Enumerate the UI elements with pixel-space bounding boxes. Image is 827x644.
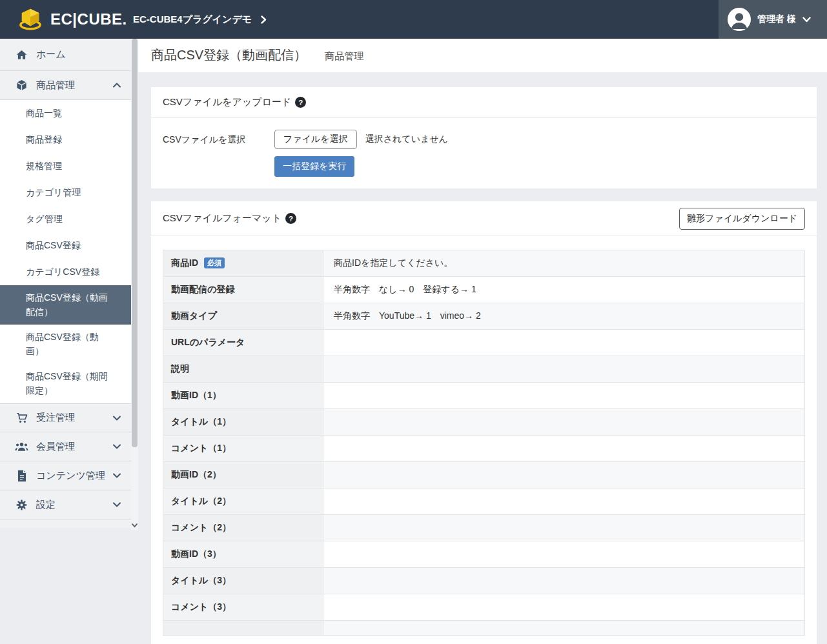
field-name: 動画配信の登録: [163, 277, 323, 303]
field-name: 動画ID（1）: [163, 383, 323, 409]
page-titlebar: 商品CSV登録（動画配信） 商品管理: [138, 39, 827, 73]
chevron-down-icon: [802, 17, 811, 23]
home-icon: [15, 48, 28, 61]
logo-text: EC|CUBE.: [50, 10, 127, 28]
field-description: [323, 462, 805, 488]
app-header: EC|CUBE. EC-CUBE4プラグインデモ 管理者 様: [0, 0, 827, 39]
field-description: [323, 541, 805, 568]
field-description: [323, 409, 805, 436]
bulk-register-button[interactable]: 一括登録を実行: [274, 156, 354, 177]
scrollbar-thumb[interactable]: [132, 39, 138, 447]
table-row: [163, 621, 805, 636]
csv-upload-card-header: CSVファイルをアップロード: [151, 87, 817, 118]
sidebar-item-product-register[interactable]: 商品登録: [0, 126, 131, 153]
user-name: 管理者 様: [757, 14, 796, 25]
sidebar-item-spec-management[interactable]: 規格管理: [0, 153, 131, 179]
field-description: [323, 568, 805, 594]
sidebar-footer-strip: [0, 519, 131, 528]
csv-upload-card-title: CSVファイルをアップロード: [163, 96, 291, 108]
csv-format-card-header: CSVファイルフォーマット 雛形ファイルダウンロード: [151, 201, 817, 236]
field-description: [323, 330, 805, 356]
field-name: コメント（1）: [163, 436, 323, 462]
main-content: CSVファイルをアップロード CSVファイルを選択 ファイルを選択 選択されてい…: [138, 73, 827, 644]
table-row: 動画ID（1）: [163, 383, 805, 409]
file-status: 選択されていません: [365, 134, 448, 145]
table-row: 動画配信の登録半角数字 なし→ 0 登録する→ 1: [163, 277, 805, 303]
field-description: [323, 356, 805, 383]
sidebar-scrollbar[interactable]: [131, 39, 138, 530]
csv-upload-card-body: CSVファイルを選択 ファイルを選択 選択されていません 一括登録を実行: [151, 118, 817, 188]
app-logo[interactable]: EC|CUBE.: [0, 7, 133, 32]
gear-icon: [15, 498, 28, 511]
sidebar-item-category-management[interactable]: カテゴリ管理: [0, 179, 131, 206]
table-row: 動画タイプ半角数字 YouTube→ 1 vimeo→ 2: [163, 303, 805, 330]
field-name: 動画タイプ: [163, 303, 323, 330]
document-icon: [15, 469, 28, 482]
breadcrumb[interactable]: 商品管理: [325, 50, 363, 63]
field-name: URLのパラメータ: [163, 330, 323, 356]
cart-icon: [15, 412, 28, 425]
field-description: [323, 436, 805, 462]
table-row: コメント（2）: [163, 515, 805, 541]
sidebar-item-settings[interactable]: 設定: [0, 490, 131, 519]
table-row: 商品ID必須 商品IDを指定してください。: [163, 250, 805, 277]
field-description: [323, 488, 805, 515]
field-name: タイトル（3）: [163, 568, 323, 594]
field-name: 動画ID（3）: [163, 541, 323, 568]
sidebar-item-product-csv[interactable]: 商品CSV登録: [0, 232, 131, 259]
template-download-button[interactable]: 雛形ファイルダウンロード: [679, 208, 805, 230]
sidebar-item-order-management[interactable]: 受注管理: [0, 403, 131, 432]
table-row: タイトル（2）: [163, 488, 805, 515]
cube-icon: [15, 79, 28, 92]
field-name: タイトル（1）: [163, 409, 323, 436]
ec-cube-logo-icon: [17, 7, 44, 32]
table-row: コメント（1）: [163, 436, 805, 462]
help-icon[interactable]: [295, 97, 306, 108]
required-badge: 必須: [204, 257, 225, 268]
table-row: 説明: [163, 356, 805, 383]
file-controls: ファイルを選択 選択されていません 一括登録を実行: [274, 130, 448, 177]
user-avatar-icon: [728, 8, 751, 31]
field-name: 動画ID（2）: [163, 462, 323, 488]
field-description: [323, 621, 805, 636]
sidebar-item-member-management[interactable]: 会員管理: [0, 432, 131, 461]
field-name: [163, 621, 323, 636]
csv-format-card: CSVファイルフォーマット 雛形ファイルダウンロード 商品ID必須 商品IDを指…: [151, 201, 817, 644]
field-name: コメント（3）: [163, 594, 323, 621]
sidebar-item-tag-management[interactable]: タグ管理: [0, 206, 131, 232]
page-title: 商品CSV登録（動画配信）: [151, 39, 307, 72]
sidebar-item-product-management[interactable]: 商品管理: [0, 71, 131, 100]
help-icon[interactable]: [285, 213, 296, 224]
field-description: [323, 515, 805, 541]
chevron-down-icon: [113, 444, 121, 449]
sidebar-item-product-csv-limited[interactable]: 商品CSV登録（期間限定）: [0, 364, 131, 403]
field-description: 半角数字 なし→ 0 登録する→ 1: [323, 277, 805, 303]
field-name: 商品ID: [171, 257, 198, 268]
chevron-down-icon: [113, 473, 121, 478]
sidebar-item-product-csv-video[interactable]: 商品CSV登録（動画）: [0, 325, 131, 364]
file-select-label: CSVファイルを選択: [163, 130, 274, 177]
scrollbar-down-arrow-icon[interactable]: [131, 521, 138, 530]
field-name: 説明: [163, 356, 323, 383]
field-description: 半角数字 YouTube→ 1 vimeo→ 2: [323, 303, 805, 330]
field-description: [323, 383, 805, 409]
user-menu[interactable]: 管理者 様: [719, 0, 827, 39]
sidebar-item-category-csv[interactable]: カテゴリCSV登録: [0, 259, 131, 285]
table-row: タイトル（3）: [163, 568, 805, 594]
site-title-link[interactable]: EC-CUBE4プラグインデモ: [133, 14, 267, 26]
csv-format-table: 商品ID必須 商品IDを指定してください。 動画配信の登録半角数字 なし→ 0 …: [163, 250, 805, 636]
sidebar-item-home[interactable]: ホーム: [0, 39, 131, 71]
chevron-right-icon: [261, 15, 267, 24]
sidebar-item-content-management[interactable]: コンテンツ管理: [0, 461, 131, 490]
chevron-down-icon: [113, 502, 121, 507]
sidebar: ホーム 商品管理 商品一覧 商品登録 規格管理 カテゴリ管理 タグ管理 商品CS…: [0, 39, 131, 528]
file-select-button[interactable]: ファイルを選択: [274, 130, 357, 149]
csv-format-card-title: CSVファイルフォーマット: [163, 212, 281, 225]
table-row: タイトル（1）: [163, 409, 805, 436]
chevron-down-icon: [113, 416, 121, 421]
chevron-up-icon: [113, 83, 121, 88]
sidebar-item-product-list[interactable]: 商品一覧: [0, 100, 131, 126]
field-name: コメント（2）: [163, 515, 323, 541]
field-description: 商品IDを指定してください。: [323, 250, 805, 277]
sidebar-item-product-csv-video-streaming[interactable]: 商品CSV登録（動画配信）: [0, 285, 131, 325]
